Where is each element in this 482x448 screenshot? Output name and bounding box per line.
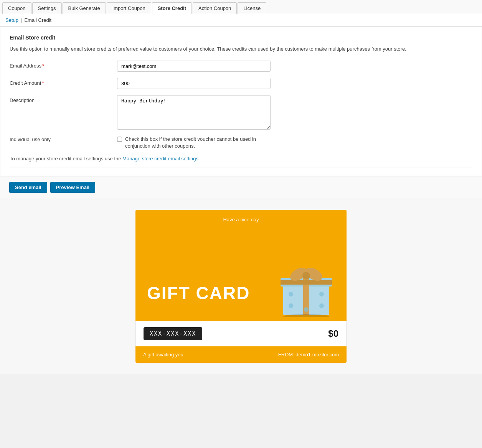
description-textarea[interactable]: Happy Birthday!: [117, 95, 271, 130]
section-desc: Use this option to manually email store …: [10, 45, 472, 53]
main-content: Email Store credit Use this option to ma…: [0, 26, 482, 176]
credit-label: Credit Amount*: [10, 78, 117, 86]
svg-point-9: [289, 303, 293, 308]
description-row: Description Happy Birthday!: [10, 95, 472, 130]
manage-link-row: To manage your store credit email settin…: [10, 156, 472, 161]
breadcrumb-current: Email Credit: [24, 17, 51, 23]
gift-card-footer: A gift awaiting you FROM: demo1.mozilor.…: [135, 346, 347, 363]
email-address-row: Email Address*: [10, 61, 472, 72]
email-label: Email Address*: [10, 61, 117, 69]
gift-card-code-badge: XXX-XXX-XXX: [144, 327, 202, 340]
send-email-button[interactable]: Send email: [9, 182, 47, 193]
tab-import-coupon[interactable]: Import Coupon: [107, 2, 151, 14]
credit-input[interactable]: [117, 78, 271, 89]
preview-email-button[interactable]: Preview Email: [50, 182, 95, 193]
gift-card-banner: Have a nice day GIFT CARD: [135, 210, 347, 321]
description-label: Description: [10, 95, 117, 103]
gift-card-amount: $0: [328, 328, 338, 339]
action-bar: Send email Preview Email: [0, 176, 482, 198]
svg-point-10: [319, 303, 324, 308]
svg-point-8: [319, 292, 324, 296]
individual-use-row: Individual use only Check this box if th…: [10, 136, 472, 150]
tabs-bar: Coupon Settings Bulk Generate Import Cou…: [0, 0, 482, 14]
svg-point-7: [289, 292, 293, 296]
gift-card-title: GIFT CARD: [147, 284, 250, 302]
svg-point-6: [302, 272, 310, 280]
tab-bulk-generate[interactable]: Bulk Generate: [63, 2, 106, 14]
tab-store-credit[interactable]: Store Credit: [152, 2, 192, 14]
gift-box-icon: [277, 256, 335, 317]
manage-link[interactable]: Manage store credit email settings: [122, 156, 198, 161]
gift-card-footer-left: A gift awaiting you: [143, 352, 183, 357]
email-input[interactable]: [117, 61, 271, 72]
tab-license[interactable]: License: [238, 2, 266, 14]
breadcrumb: Setup | Email Credit: [0, 14, 482, 26]
svg-rect-3: [281, 280, 332, 285]
section-title: Email Store credit: [10, 35, 472, 41]
email-required: *: [42, 63, 44, 69]
gift-card-tagline: Have a nice day: [147, 217, 335, 222]
individual-use-label: Individual use only: [10, 136, 117, 142]
form-divider: [10, 168, 472, 168]
individual-use-checkbox-wrap: Check this box if the store credit vouch…: [117, 136, 271, 150]
breadcrumb-separator: |: [21, 17, 22, 23]
gift-card-code-row: XXX-XXX-XXX $0: [135, 321, 347, 346]
email-preview-card: Have a nice day GIFT CARD: [135, 210, 347, 363]
tab-settings[interactable]: Settings: [32, 2, 62, 14]
svg-point-11: [304, 307, 309, 312]
individual-use-text: Check this box if the store credit vouch…: [125, 136, 271, 150]
tab-action-coupon[interactable]: Action Coupon: [193, 2, 237, 14]
manage-prefix-text: To manage your store credit email settin…: [10, 156, 122, 161]
individual-use-checkbox[interactable]: [117, 137, 122, 142]
tab-coupon[interactable]: Coupon: [2, 2, 31, 14]
credit-amount-row: Credit Amount*: [10, 78, 472, 89]
breadcrumb-setup-link[interactable]: Setup: [5, 17, 18, 23]
gift-card-footer-right: FROM: demo1.mozilor.com: [278, 352, 339, 357]
credit-required: *: [42, 80, 44, 86]
preview-area: Have a nice day GIFT CARD: [0, 198, 482, 374]
